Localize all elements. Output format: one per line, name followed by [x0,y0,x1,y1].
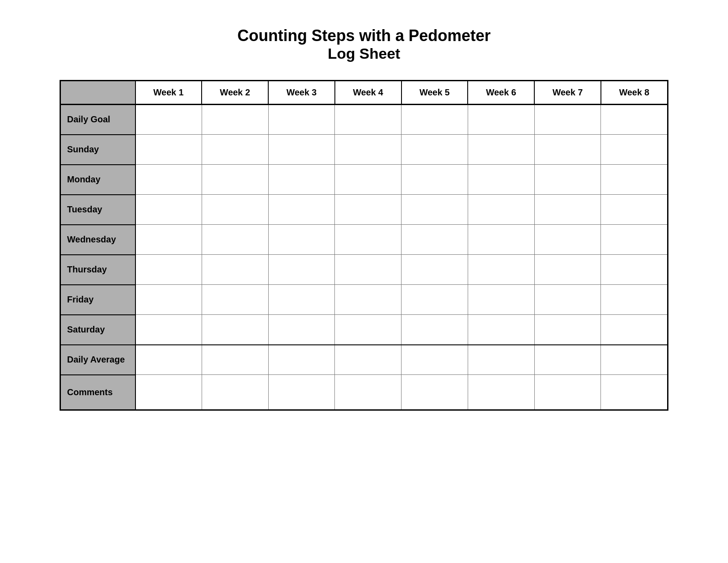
cell-tuesday-w3[interactable] [268,195,335,225]
cell-friday-w8[interactable] [601,285,668,315]
cell-wednesday-w6[interactable] [468,225,534,255]
cell-daily-goal-w8[interactable] [601,105,668,135]
cell-daily-avg-w1[interactable] [135,345,202,375]
cell-saturday-w2[interactable] [202,315,268,345]
cell-sunday-w1[interactable] [135,135,202,165]
cell-comments-w1[interactable] [135,375,202,410]
header-week8: Week 8 [601,81,668,105]
cell-daily-avg-w3[interactable] [268,345,335,375]
row-label-wednesday: Wednesday [60,225,135,255]
cell-monday-w5[interactable] [402,165,468,195]
row-label-daily-average: Daily Average [60,345,135,375]
cell-sunday-w6[interactable] [468,135,534,165]
cell-thursday-w2[interactable] [202,255,268,285]
cell-friday-w7[interactable] [534,285,601,315]
cell-tuesday-w5[interactable] [402,195,468,225]
cell-monday-w2[interactable] [202,165,268,195]
table-row: Monday [60,165,668,195]
cell-sunday-w8[interactable] [601,135,668,165]
cell-daily-avg-w2[interactable] [202,345,268,375]
cell-tuesday-w2[interactable] [202,195,268,225]
cell-tuesday-w8[interactable] [601,195,668,225]
cell-daily-goal-w4[interactable] [335,105,402,135]
table-row: Saturday [60,315,668,345]
cell-tuesday-w1[interactable] [135,195,202,225]
cell-wednesday-w4[interactable] [335,225,402,255]
row-label-saturday: Saturday [60,315,135,345]
cell-saturday-w8[interactable] [601,315,668,345]
cell-daily-goal-w7[interactable] [534,105,601,135]
cell-comments-w8[interactable] [601,375,668,410]
log-sheet-table-wrapper: Week 1 Week 2 Week 3 Week 4 Week 5 Week … [60,80,668,411]
cell-tuesday-w4[interactable] [335,195,402,225]
cell-thursday-w4[interactable] [335,255,402,285]
cell-saturday-w7[interactable] [534,315,601,345]
cell-friday-w5[interactable] [402,285,468,315]
cell-thursday-w3[interactable] [268,255,335,285]
table-row: Daily Average [60,345,668,375]
cell-wednesday-w5[interactable] [402,225,468,255]
cell-sunday-w3[interactable] [268,135,335,165]
cell-daily-avg-w4[interactable] [335,345,402,375]
cell-wednesday-w8[interactable] [601,225,668,255]
header-week4: Week 4 [335,81,402,105]
cell-thursday-w7[interactable] [534,255,601,285]
cell-comments-w7[interactable] [534,375,601,410]
cell-monday-w4[interactable] [335,165,402,195]
cell-tuesday-w6[interactable] [468,195,534,225]
cell-daily-avg-w8[interactable] [601,345,668,375]
cell-comments-w5[interactable] [402,375,468,410]
header-week3: Week 3 [268,81,335,105]
cell-thursday-w6[interactable] [468,255,534,285]
cell-friday-w2[interactable] [202,285,268,315]
cell-daily-avg-w5[interactable] [402,345,468,375]
cell-monday-w8[interactable] [601,165,668,195]
cell-friday-w3[interactable] [268,285,335,315]
cell-wednesday-w3[interactable] [268,225,335,255]
cell-monday-w1[interactable] [135,165,202,195]
cell-monday-w3[interactable] [268,165,335,195]
cell-sunday-w5[interactable] [402,135,468,165]
cell-daily-goal-w3[interactable] [268,105,335,135]
cell-daily-goal-w2[interactable] [202,105,268,135]
cell-thursday-w1[interactable] [135,255,202,285]
cell-daily-avg-w7[interactable] [534,345,601,375]
cell-daily-avg-w6[interactable] [468,345,534,375]
row-label-friday: Friday [60,285,135,315]
cell-sunday-w2[interactable] [202,135,268,165]
cell-comments-w6[interactable] [468,375,534,410]
cell-saturday-w5[interactable] [402,315,468,345]
cell-monday-w6[interactable] [468,165,534,195]
cell-saturday-w1[interactable] [135,315,202,345]
cell-thursday-w5[interactable] [402,255,468,285]
log-sheet-table: Week 1 Week 2 Week 3 Week 4 Week 5 Week … [60,80,668,411]
header-row: Week 1 Week 2 Week 3 Week 4 Week 5 Week … [60,81,668,105]
cell-wednesday-w7[interactable] [534,225,601,255]
header-week1: Week 1 [135,81,202,105]
cell-thursday-w8[interactable] [601,255,668,285]
cell-comments-w2[interactable] [202,375,268,410]
cell-daily-goal-w5[interactable] [402,105,468,135]
cell-friday-w1[interactable] [135,285,202,315]
cell-friday-w4[interactable] [335,285,402,315]
cell-daily-goal-w6[interactable] [468,105,534,135]
cell-saturday-w6[interactable] [468,315,534,345]
row-label-monday: Monday [60,165,135,195]
cell-comments-w3[interactable] [268,375,335,410]
cell-wednesday-w2[interactable] [202,225,268,255]
cell-comments-w4[interactable] [335,375,402,410]
cell-tuesday-w7[interactable] [534,195,601,225]
cell-saturday-w3[interactable] [268,315,335,345]
cell-saturday-w4[interactable] [335,315,402,345]
table-row: Sunday [60,135,668,165]
cell-sunday-w7[interactable] [534,135,601,165]
cell-friday-w6[interactable] [468,285,534,315]
table-row: Tuesday [60,195,668,225]
table-row: Comments [60,375,668,410]
cell-wednesday-w1[interactable] [135,225,202,255]
cell-daily-goal-w1[interactable] [135,105,202,135]
cell-monday-w7[interactable] [534,165,601,195]
table-row: Wednesday [60,225,668,255]
cell-sunday-w4[interactable] [335,135,402,165]
row-label-daily-goal: Daily Goal [60,105,135,135]
